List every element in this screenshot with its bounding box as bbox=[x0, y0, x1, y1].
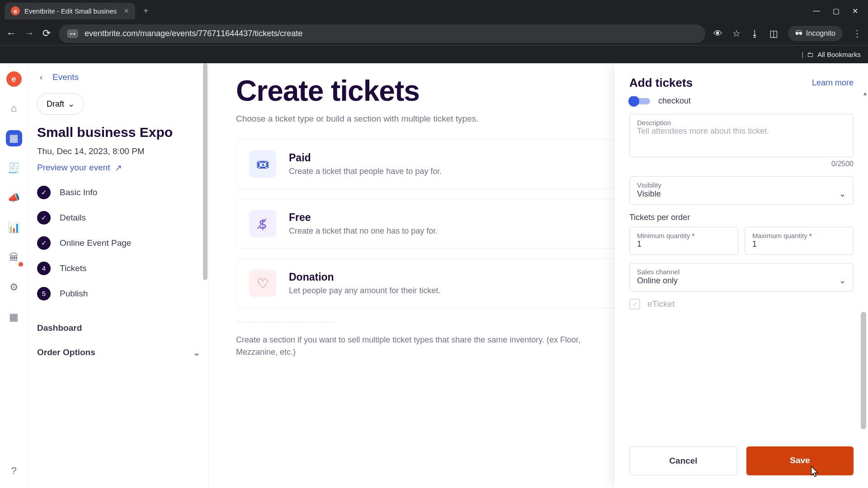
tickets-per-order-label: Tickets per order bbox=[629, 213, 854, 222]
bookmarks-bar: | 🗀 All Bookmarks bbox=[0, 45, 868, 63]
nav-rail: e ⌂ ▦ 🧾 📣 📊 🏛 ⚙ ▦ ? bbox=[0, 63, 28, 488]
eticket-row: ✓ eTicket bbox=[629, 299, 854, 310]
forward-icon[interactable]: → bbox=[24, 28, 34, 39]
min-quantity-input[interactable] bbox=[637, 239, 731, 249]
chevron-down-icon: ⌄ bbox=[68, 99, 75, 109]
free-icon: $̸ bbox=[249, 210, 276, 237]
chevron-down-icon: ⌄ bbox=[839, 189, 846, 199]
app: e ⌂ ▦ 🧾 📣 📊 🏛 ⚙ ▦ ? ‹ Events Draft ⌄ Sma… bbox=[0, 63, 868, 488]
sidebar-scrollbar[interactable] bbox=[203, 63, 208, 280]
eventbrite-logo[interactable]: e bbox=[6, 71, 22, 87]
save-button[interactable]: Save bbox=[746, 446, 854, 475]
external-link-icon: ↗ bbox=[115, 163, 122, 173]
download-icon[interactable]: ⭳ bbox=[750, 28, 760, 39]
chevron-left-icon: ‹ bbox=[40, 73, 42, 82]
maximize-icon[interactable]: ▢ bbox=[833, 7, 840, 15]
menu-icon[interactable]: ⋮ bbox=[853, 28, 862, 39]
description-input[interactable] bbox=[637, 127, 846, 136]
max-quantity-field[interactable]: Maximum quantity * bbox=[745, 227, 854, 255]
close-icon[interactable]: × bbox=[124, 6, 129, 16]
step-publish[interactable]: 5Publish bbox=[37, 287, 200, 300]
max-quantity-input[interactable] bbox=[752, 239, 846, 249]
url-text: eventbrite.com/manage/events/77671164443… bbox=[85, 29, 302, 38]
incognito-badge[interactable]: 🕶 Incognito bbox=[788, 26, 843, 41]
main-content: Create tickets Choose a ticket type or b… bbox=[209, 63, 868, 488]
close-window-icon[interactable]: ✕ bbox=[852, 7, 858, 15]
checkout-toggle-row: checkout bbox=[629, 96, 854, 106]
new-tab-button[interactable]: + bbox=[139, 4, 153, 18]
event-date: Thu, Dec 14, 2023, 8:00 PM bbox=[37, 146, 200, 156]
back-to-events[interactable]: ‹ Events bbox=[37, 68, 200, 87]
heart-icon: ♡ bbox=[249, 270, 276, 297]
step-online-event-page[interactable]: ✓Online Event Page bbox=[37, 236, 200, 250]
browser-tab[interactable]: e Eventbrite - Edit Small busines × bbox=[5, 3, 135, 19]
finance-icon[interactable]: 🏛 bbox=[6, 249, 22, 266]
step-details[interactable]: ✓Details bbox=[37, 211, 200, 225]
event-sidebar: ‹ Events Draft ⌄ Small business Expo Thu… bbox=[28, 63, 209, 488]
site-info-icon[interactable]: ⊶ bbox=[67, 29, 78, 38]
description-field[interactable]: Description bbox=[629, 114, 854, 157]
browser-chrome: e Eventbrite - Edit Small busines × + — … bbox=[0, 0, 868, 63]
sidebar-dashboard[interactable]: Dashboard bbox=[37, 316, 200, 340]
help-icon[interactable]: ? bbox=[6, 463, 22, 479]
folder-icon: 🗀 bbox=[807, 51, 814, 58]
min-quantity-field[interactable]: Minimum quantity * bbox=[629, 227, 738, 255]
steps-list: ✓Basic Info ✓Details ✓Online Event Page … bbox=[37, 186, 200, 300]
add-tickets-drawer: ▴ Add tickets Learn more checkout Descri… bbox=[615, 63, 868, 488]
tab-title: Eventbrite - Edit Small busines bbox=[24, 7, 117, 15]
preview-link[interactable]: Preview your event ↗ bbox=[37, 163, 200, 173]
orders-icon[interactable]: 🧾 bbox=[6, 160, 22, 176]
ticket-icon: 🎟 bbox=[249, 150, 276, 178]
toggle-switch[interactable] bbox=[629, 98, 650, 104]
eventbrite-favicon: e bbox=[11, 6, 20, 15]
incognito-icon: 🕶 bbox=[795, 29, 802, 38]
eticket-checkbox[interactable]: ✓ bbox=[629, 299, 640, 310]
settings-icon[interactable]: ⚙ bbox=[6, 279, 22, 296]
apps-icon[interactable]: ▦ bbox=[6, 309, 22, 325]
status-dropdown[interactable]: Draft ⌄ bbox=[37, 93, 84, 115]
back-icon[interactable]: ← bbox=[6, 28, 16, 39]
url-input[interactable]: ⊶ eventbrite.com/manage/events/776711644… bbox=[59, 24, 705, 43]
visibility-select[interactable]: Visibility Visible ⌄ bbox=[629, 176, 854, 205]
divider bbox=[236, 322, 335, 322]
drawer-scrollbar[interactable] bbox=[861, 312, 866, 429]
tab-bar: e Eventbrite - Edit Small busines × + — … bbox=[0, 0, 868, 22]
sidebar-order-options[interactable]: Order Options ⌄ bbox=[37, 340, 200, 365]
chevron-down-icon: ⌄ bbox=[193, 347, 200, 358]
step-basic-info[interactable]: ✓Basic Info bbox=[37, 186, 200, 199]
cancel-button[interactable]: Cancel bbox=[629, 446, 737, 475]
address-bar: ← → ⟳ ⊶ eventbrite.com/manage/events/776… bbox=[0, 22, 868, 45]
reload-icon[interactable]: ⟳ bbox=[42, 28, 51, 39]
learn-more-link[interactable]: Learn more bbox=[812, 78, 854, 88]
window-controls: — ▢ ✕ bbox=[813, 7, 863, 15]
drawer-title: Add tickets bbox=[629, 76, 693, 90]
marketing-icon[interactable]: 📣 bbox=[6, 190, 22, 206]
char-count: 0/2500 bbox=[629, 160, 854, 168]
sales-channel-select[interactable]: Sales channel Online only ⌄ bbox=[629, 263, 854, 291]
home-icon[interactable]: ⌂ bbox=[6, 100, 22, 117]
reports-icon[interactable]: 📊 bbox=[6, 220, 22, 236]
star-icon[interactable]: ☆ bbox=[732, 28, 741, 39]
step-tickets[interactable]: 4Tickets bbox=[37, 262, 200, 275]
calendar-icon[interactable]: ▦ bbox=[6, 130, 22, 146]
section-help-text: Create a section if you want to sell mul… bbox=[236, 334, 589, 358]
chevron-down-icon: ⌄ bbox=[839, 276, 846, 286]
sidepanel-icon[interactable]: ◫ bbox=[769, 28, 778, 39]
eye-off-icon[interactable]: 👁 bbox=[713, 28, 722, 39]
minimize-icon[interactable]: — bbox=[813, 7, 820, 15]
all-bookmarks[interactable]: All Bookmarks bbox=[817, 51, 861, 58]
event-title: Small business Expo bbox=[37, 124, 200, 141]
